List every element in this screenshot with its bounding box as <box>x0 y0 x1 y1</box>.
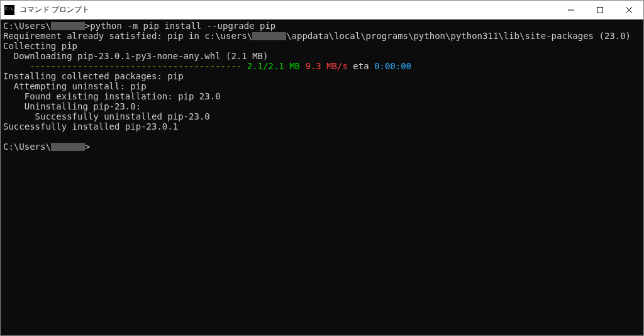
command-text: python -m pip install --upgrade pip <box>90 21 275 31</box>
svg-rect-1 <box>597 7 603 13</box>
maximize-icon <box>597 7 603 13</box>
minimize-button[interactable] <box>557 1 586 19</box>
output-line: Installing collected packages: pip <box>3 71 184 81</box>
progress-eta-label: eta <box>348 61 374 71</box>
redacted-username <box>252 32 286 40</box>
prompt-line: C:\Users\>python -m pip install --upgrad… <box>3 21 275 31</box>
prompt-line: C:\Users\> <box>3 142 90 152</box>
output-line: Requirement already satisfied: pip in c:… <box>3 31 631 41</box>
progress-bar: ---------------------------------------- <box>3 61 247 71</box>
output-line: Collecting pip <box>3 41 77 51</box>
maximize-button[interactable] <box>586 1 614 19</box>
output-line: Downloading pip-23.0.1-py3-none-any.whl … <box>3 51 268 61</box>
output-line: Found existing installation: pip 23.0 <box>3 91 221 101</box>
output-line: Successfully uninstalled pip-23.0 <box>3 111 210 121</box>
progress-speed: 9.3 MB/s <box>300 61 348 71</box>
terminal-output[interactable]: C:\Users\>python -m pip install --upgrad… <box>1 20 643 335</box>
prompt-delimiter: > <box>85 142 90 152</box>
window-controls <box>557 1 643 19</box>
command-prompt-window: コマンド プロンプト C:\Users\>python -m pip insta… <box>0 0 644 336</box>
cmd-icon <box>4 5 14 15</box>
titlebar[interactable]: コマンド プロンプト <box>1 1 643 20</box>
progress-size: 2.1/2.1 MB <box>247 61 300 71</box>
redacted-username <box>51 22 85 30</box>
minimize-icon <box>568 7 574 13</box>
progress-line: ----------------------------------------… <box>3 61 411 71</box>
window-title: コマンド プロンプト <box>18 4 557 15</box>
prompt-path: C:\Users\ <box>3 21 51 31</box>
output-line: Uninstalling pip-23.0: <box>3 101 141 111</box>
progress-eta: 0:00:00 <box>374 61 411 71</box>
redacted-username <box>51 143 85 151</box>
output-line: Attempting uninstall: pip <box>3 81 147 91</box>
close-icon <box>626 7 632 13</box>
prompt-path: C:\Users\ <box>3 142 51 152</box>
output-line: Successfully installed pip-23.0.1 <box>3 121 178 132</box>
close-button[interactable] <box>614 1 643 19</box>
